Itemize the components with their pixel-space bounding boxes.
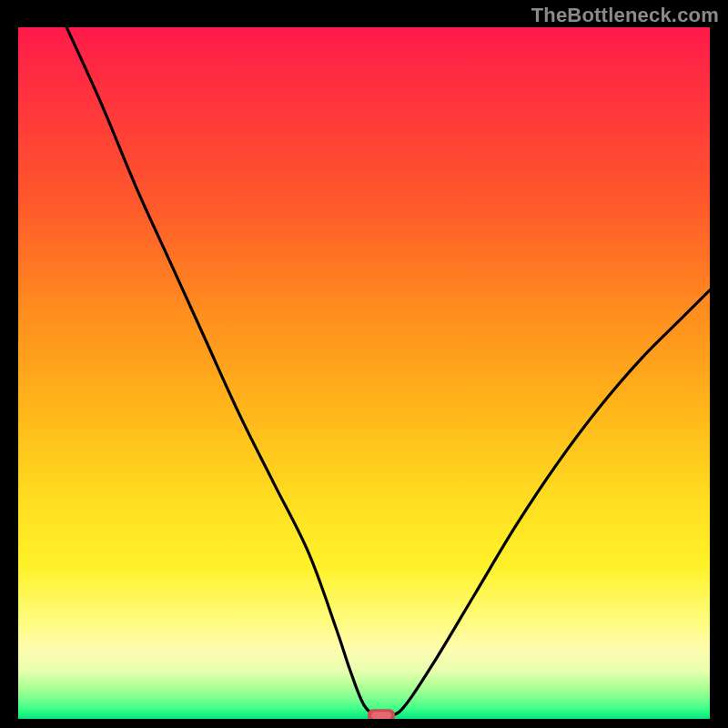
plot-area (18, 27, 710, 719)
bottleneck-chart (18, 27, 710, 719)
optimum-marker (368, 709, 395, 719)
gradient-background (18, 27, 710, 719)
watermark-text: TheBottleneck.com (531, 4, 719, 27)
chart-frame: TheBottleneck.com (0, 0, 728, 728)
marker-inner (371, 712, 391, 719)
